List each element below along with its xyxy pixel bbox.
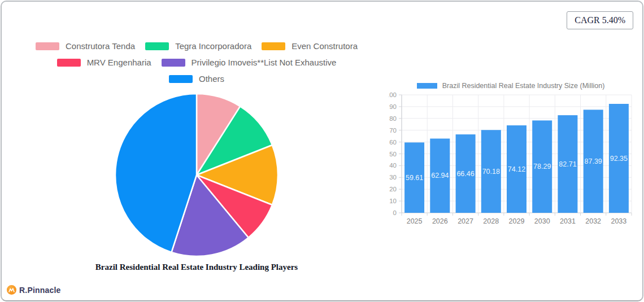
bar-value-label: 70.18: [482, 168, 500, 176]
pie-legend-row: MRV EngenhariaPrivilegio Imoveis**List N…: [15, 58, 378, 67]
x-tick-label: 2030: [534, 217, 550, 225]
legend-item-others[interactable]: Others: [169, 74, 224, 84]
pie-legend: Construtora TendaTegra IncorporadoraEven…: [15, 42, 378, 91]
legend-label: MRV Engenharia: [87, 58, 151, 67]
bar-value-label: 92.35: [610, 155, 628, 163]
legend-item-privilegio-imoveis-list-not-exhaustive[interactable]: Privilegio Imoveis**List Not Exhaustive: [162, 58, 337, 67]
x-tick-label: 2032: [585, 217, 601, 225]
legend-item-construtora-tenda[interactable]: Construtora Tenda: [36, 41, 135, 51]
cagr-badge: CAGR 5.40%: [567, 11, 633, 29]
bar-legend-item[interactable]: Brazil Residential Real Estate Industry …: [383, 82, 638, 90]
legend-label: Construtora Tenda: [66, 41, 135, 51]
brand-logo-icon: [7, 285, 16, 295]
legend-swatch: [162, 59, 185, 67]
legend-label: Even Construtora: [291, 41, 358, 51]
legend-item-mrv-engenharia[interactable]: MRV Engenharia: [57, 58, 151, 67]
bar-value-label: 74.12: [508, 165, 525, 173]
y-tick-label: 40: [389, 162, 397, 169]
y-tick-label: 80: [389, 115, 397, 122]
y-tick-label: 0: [393, 209, 397, 216]
brand-name: R.Pinnacle: [19, 286, 61, 295]
brand-logo: R.Pinnacle: [7, 285, 61, 295]
legend-swatch: [57, 59, 81, 67]
x-tick-label: 2031: [560, 217, 576, 225]
pie-chart: [112, 90, 281, 260]
legend-label: Tegra Incorporadora: [175, 41, 251, 51]
bar-legend-label: Brazil Residential Real Estate Industry …: [442, 82, 605, 90]
report-canvas: CAGR 5.40% Construtora TendaTegra Incorp…: [0, 0, 644, 302]
legend-item-even-construtora[interactable]: Even Construtora: [262, 41, 358, 51]
cagr-label: CAGR 5.40%: [575, 15, 625, 25]
bar-value-label: 87.39: [585, 157, 602, 165]
pie-legend-row: Construtora TendaTegra IncorporadoraEven…: [15, 42, 378, 50]
y-tick-label: 100: [389, 91, 397, 98]
logo-wave-icon: [8, 288, 15, 292]
y-tick-label: 70: [389, 127, 397, 134]
pie-legend-row: Others: [15, 75, 378, 83]
legend-item-tegra-incorporadora[interactable]: Tegra Incorporadora: [145, 41, 251, 51]
y-tick-label: 50: [389, 151, 397, 157]
x-tick-label: 2025: [407, 217, 423, 225]
y-tick-label: 90: [389, 103, 397, 110]
bar-chart: 010203040506070809010059.61202562.942026…: [389, 90, 643, 231]
y-tick-label: 30: [389, 174, 397, 181]
x-tick-label: 2029: [509, 217, 525, 225]
legend-label: Others: [199, 74, 224, 84]
legend-swatch: [145, 42, 169, 50]
pie-title: Brazil Residential Real Estate Industry …: [21, 262, 372, 272]
bar-value-label: 62.94: [431, 172, 449, 180]
legend-swatch: [36, 42, 59, 50]
bar-value-label: 82.71: [559, 160, 576, 168]
x-tick-label: 2027: [458, 217, 473, 225]
y-tick-label: 10: [389, 198, 397, 204]
bar-value-label: 78.29: [533, 163, 551, 170]
y-tick-label: 60: [389, 139, 397, 146]
x-tick-label: 2028: [483, 217, 499, 225]
legend-label: Privilegio Imoveis**List Not Exhaustive: [192, 58, 337, 67]
legend-swatch: [169, 75, 193, 83]
x-tick-label: 2026: [432, 217, 448, 225]
y-tick-label: 20: [389, 186, 397, 192]
bar-value-label: 59.61: [406, 174, 423, 182]
legend-swatch: [262, 42, 285, 50]
bar-legend-swatch: [417, 83, 437, 89]
x-tick-label: 2033: [611, 217, 626, 225]
bar-value-label: 66.46: [456, 170, 474, 178]
